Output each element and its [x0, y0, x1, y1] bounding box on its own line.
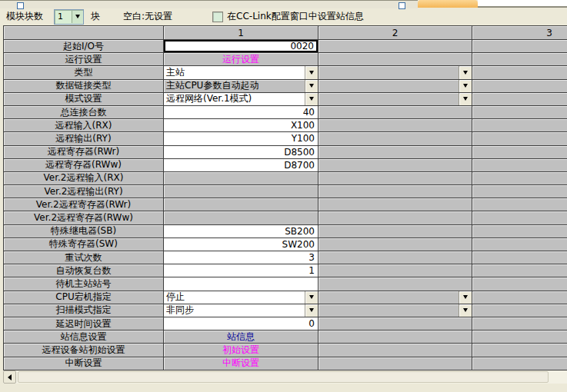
row-label: Ver.2远程输入(RX)	[4, 172, 164, 185]
row-label: 中断设置	[4, 357, 164, 370]
cell-empty	[164, 172, 319, 185]
parameter-table: 123起始I/O号0020运行设置运行设置类型主站数据链接类型主站CPU参数自动…	[3, 25, 567, 370]
cell-value[interactable]: 0	[164, 317, 319, 331]
window-bottom-margin	[0, 384, 567, 392]
cell-value[interactable]: 3	[164, 251, 319, 264]
cell-col3-empty	[472, 264, 567, 277]
cell-col2-empty	[319, 331, 472, 344]
active-tab-edge	[418, 0, 478, 8]
dropdown-selected-value: 主站CPU参数自动起动	[164, 80, 305, 93]
cell-dropdown[interactable]	[319, 93, 472, 106]
row-label: 远程设备站初始设置	[4, 344, 164, 357]
row-label: 待机主站站号	[4, 277, 164, 291]
scrollbar-thumb[interactable]	[18, 371, 549, 383]
row-label: 总连接台数	[4, 106, 164, 119]
cell-col2-empty	[319, 357, 472, 370]
cell-empty	[164, 211, 319, 224]
cell-col3-empty	[472, 132, 567, 145]
cell-col3-empty	[472, 251, 567, 264]
cell-col2-empty	[319, 225, 472, 238]
row-label: 扫描模式指定	[4, 304, 164, 317]
cell-empty	[164, 185, 319, 198]
cell-col2-empty	[319, 251, 472, 264]
cell-col2-empty	[319, 344, 472, 357]
dropdown-arrow-icon[interactable]	[305, 93, 318, 105]
cell-value[interactable]	[164, 277, 319, 291]
dropdown-arrow-icon[interactable]	[459, 304, 472, 317]
cell-col3-empty	[472, 93, 567, 106]
cell-dropdown[interactable]: 主站CPU参数自动起动	[164, 80, 319, 93]
cell-edit[interactable]: 0020	[164, 40, 319, 53]
cell-value[interactable]: SB200	[164, 225, 319, 238]
row-label: 特殊继电器(SB)	[4, 225, 164, 238]
dropdown-selected-value: 主站	[164, 66, 305, 79]
chevron-down-icon[interactable]	[72, 11, 83, 23]
dropdown-arrow-icon[interactable]	[459, 80, 472, 92]
cell-action-link[interactable]: 中断设置	[164, 357, 319, 370]
cell-dropdown[interactable]	[319, 66, 472, 79]
dropdown-arrow-icon[interactable]	[459, 93, 472, 105]
cell-col3-empty	[472, 172, 567, 185]
cell-action-link[interactable]: 初始设置	[164, 344, 319, 357]
cell-dropdown[interactable]: 远程网络(Ver.1模式)	[164, 93, 319, 106]
cell-value[interactable]: Y100	[164, 132, 319, 145]
cell-col3-empty	[472, 40, 567, 53]
station-info-checkbox[interactable]	[212, 12, 223, 22]
column-header: 1	[164, 26, 319, 40]
cell-value[interactable]: 40	[164, 106, 319, 119]
row-label: 数据链接类型	[4, 80, 164, 93]
cell-action-link[interactable]: 运行设置	[164, 53, 319, 66]
row-label: 类型	[4, 66, 164, 79]
cell-col3-empty	[472, 238, 567, 251]
row-label: 重试次数	[4, 251, 164, 264]
cell-dropdown[interactable]: 停止	[164, 291, 319, 304]
dropdown-arrow-icon[interactable]	[305, 304, 318, 317]
cell-col2-empty	[319, 211, 472, 224]
cell-value[interactable]: D8500	[164, 146, 319, 159]
module-count-label: 模块块数	[6, 10, 43, 23]
dropdown-arrow-icon[interactable]	[305, 80, 318, 92]
cell-col3-empty	[472, 159, 567, 172]
dropdown-arrow-icon[interactable]	[459, 291, 472, 304]
cell-dropdown[interactable]	[319, 304, 472, 317]
row-label: 运行设置	[4, 53, 164, 66]
cell-col3-empty	[472, 66, 567, 79]
module-count-dropdown[interactable]: 1	[54, 9, 84, 25]
cell-col2-empty	[319, 185, 472, 198]
cell-action-link[interactable]: 站信息	[164, 331, 319, 344]
cell-col3-empty	[472, 185, 567, 198]
cell-value[interactable]: X100	[164, 119, 319, 132]
row-label: 远程寄存器(RWr)	[4, 146, 164, 159]
window-top-edge	[0, 0, 567, 8]
row-label: 特殊寄存器(SW)	[4, 238, 164, 251]
cell-col3-empty	[472, 344, 567, 357]
dropdown-arrow-icon[interactable]	[305, 66, 318, 78]
cell-value[interactable]: D8700	[164, 159, 319, 172]
cell-col2-empty	[319, 159, 472, 172]
cell-dropdown[interactable]: 主站	[164, 66, 319, 79]
cell-dropdown[interactable]: 非同步	[164, 304, 319, 317]
module-count-value: 1	[55, 12, 72, 22]
cell-dropdown[interactable]	[319, 80, 472, 93]
cc-link-parameter-window: 模块块数 1 块 空白:无设置 在CC-Link配置窗口中设置站信息 123起始…	[0, 0, 567, 392]
cell-col3-empty	[472, 146, 567, 159]
cell-col3-empty	[472, 317, 567, 331]
dropdown-selected-value: 停止	[164, 291, 305, 304]
cell-col2-empty	[319, 106, 472, 119]
row-label: 站信息设置	[4, 331, 164, 344]
cell-dropdown[interactable]	[319, 291, 472, 304]
cell-empty	[164, 198, 319, 211]
unit-label: 块	[91, 10, 100, 23]
cell-col3-empty	[472, 277, 567, 291]
table-corner-header	[4, 26, 164, 40]
dropdown-arrow-icon[interactable]	[459, 66, 472, 78]
horizontal-scrollbar[interactable]	[3, 370, 567, 384]
toolbar: 模块块数 1 块 空白:无设置 在CC-Link配置窗口中设置站信息	[0, 8, 567, 25]
cell-value[interactable]: SW200	[164, 238, 319, 251]
cell-col2-empty	[319, 238, 472, 251]
dropdown-arrow-icon[interactable]	[305, 291, 318, 304]
panel-edge	[478, 0, 567, 8]
cell-value[interactable]: 1	[164, 264, 319, 277]
row-label: Ver.2远程寄存器(RWr)	[4, 198, 164, 211]
scroll-left-button[interactable]	[3, 370, 16, 384]
